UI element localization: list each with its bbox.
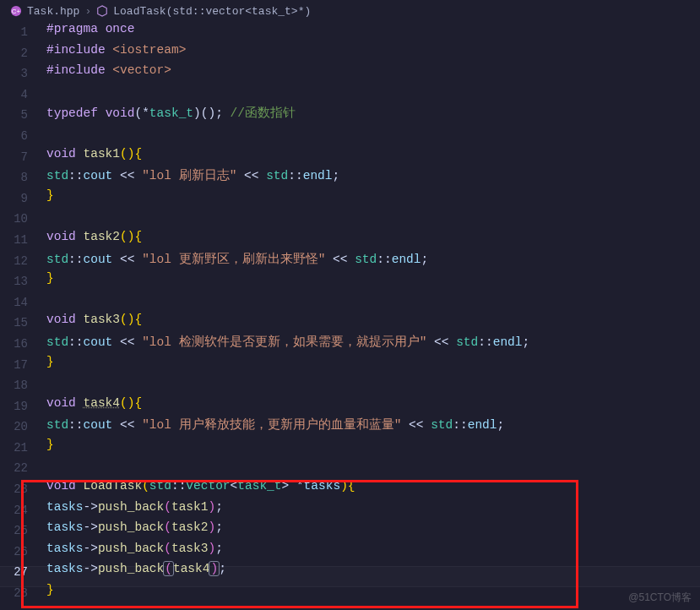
code-line[interactable]: 2#include <iostream> — [0, 43, 700, 64]
line-number: 21 — [0, 438, 46, 459]
breadcrumb[interactable]: C+ Task.hpp › LoadTask(std::vector<task_… — [0, 0, 700, 22]
line-content[interactable]: void task2(){ — [46, 230, 700, 251]
code-line[interactable]: 26 tasks->push_back(task3); — [0, 542, 700, 563]
line-number: 12 — [0, 251, 46, 272]
line-number: 15 — [0, 313, 46, 334]
watermark: @51CTO博客 — [628, 591, 692, 605]
line-number: 8 — [0, 167, 46, 188]
code-line[interactable]: 10 — [0, 209, 700, 230]
line-number: 24 — [0, 500, 46, 521]
code-line[interactable]: 15void task3(){ — [0, 313, 700, 334]
svg-text:C+: C+ — [12, 8, 21, 15]
line-number: 23 — [0, 479, 46, 500]
code-line[interactable]: 17} — [0, 355, 700, 376]
line-number: 20 — [0, 417, 46, 438]
line-content[interactable]: typedef void(*task_t)(); //函数指针 — [46, 105, 700, 126]
line-number: 22 — [0, 458, 46, 479]
code-line[interactable]: 11void task2(){ — [0, 230, 700, 251]
line-content[interactable]: } — [46, 188, 700, 210]
line-content[interactable]: tasks->push_back(task2); — [46, 520, 700, 542]
line-content[interactable]: void task3(){ — [46, 313, 700, 334]
code-line[interactable]: 5typedef void(*task_t)(); //函数指针 — [0, 105, 700, 126]
code-line[interactable]: 24 tasks->push_back(task1); — [0, 500, 700, 521]
code-line[interactable]: 23void LoadTask(std::vector<task_t> *tas… — [0, 479, 700, 500]
code-line[interactable]: 27 tasks->push_back(task4); — [0, 562, 700, 583]
line-content[interactable]: void task1(){ — [46, 147, 700, 168]
line-content[interactable] — [46, 458, 700, 479]
line-number: 13 — [0, 271, 46, 292]
line-number: 3 — [0, 63, 46, 84]
line-content[interactable]: std::cout << "lol 用户释放技能，更新用户的血量和蓝量" << … — [46, 417, 700, 438]
line-content[interactable] — [46, 126, 700, 147]
line-number: 2 — [0, 43, 46, 64]
line-number: 7 — [0, 147, 46, 168]
code-line[interactable]: 21} — [0, 438, 700, 459]
line-content[interactable]: tasks->push_back(task3); — [46, 542, 700, 563]
code-line[interactable]: 14 — [0, 292, 700, 313]
line-number: 6 — [0, 126, 46, 147]
breadcrumb-symbol[interactable]: LoadTask(std::vector<task_t>*) — [113, 5, 311, 18]
cube-symbol-icon — [96, 5, 108, 17]
line-number: 19 — [0, 396, 46, 417]
code-line[interactable]: 12 std::cout << "lol 更新野区，刷新出来野怪" << std… — [0, 251, 700, 272]
line-content[interactable]: void task4(){ — [46, 396, 700, 417]
code-line[interactable]: 7void task1(){ — [0, 147, 700, 168]
line-content[interactable] — [46, 292, 700, 313]
line-content[interactable] — [46, 84, 700, 106]
line-content[interactable]: std::cout << "lol 更新野区，刷新出来野怪" << std::e… — [46, 251, 700, 272]
cpp-file-icon: C+ — [10, 5, 22, 17]
line-number: 9 — [0, 188, 46, 210]
line-content[interactable]: #pragma once — [46, 22, 700, 43]
code-line[interactable]: 13} — [0, 271, 700, 292]
chevron-right-icon: › — [84, 5, 91, 18]
line-content[interactable]: } — [46, 271, 700, 292]
line-content[interactable] — [46, 209, 700, 230]
line-number: 14 — [0, 292, 46, 313]
line-number: 4 — [0, 84, 46, 106]
line-number: 1 — [0, 22, 46, 43]
line-number: 25 — [0, 520, 46, 542]
code-line[interactable]: 6 — [0, 126, 700, 147]
line-content[interactable] — [46, 375, 700, 396]
code-line[interactable]: 25 tasks->push_back(task2); — [0, 520, 700, 542]
line-content[interactable]: tasks->push_back(task1); — [46, 500, 700, 521]
line-content[interactable]: #include <iostream> — [46, 43, 700, 64]
line-number: 11 — [0, 230, 46, 251]
code-line[interactable]: 3#include <vector> — [0, 63, 700, 84]
code-line[interactable]: 4 — [0, 84, 700, 106]
line-number: 17 — [0, 355, 46, 376]
code-line[interactable]: 9} — [0, 188, 700, 210]
line-number: 26 — [0, 542, 46, 563]
line-number: 16 — [0, 334, 46, 355]
code-line[interactable]: 8 std::cout << "lol 刷新日志" << std::endl; — [0, 167, 700, 188]
line-number: 5 — [0, 105, 46, 126]
code-line[interactable]: 22 — [0, 458, 700, 479]
line-content[interactable]: tasks->push_back(task4); — [46, 562, 700, 583]
line-number: 10 — [0, 209, 46, 230]
line-number: 27 — [0, 562, 46, 583]
code-line[interactable]: 20 std::cout << "lol 用户释放技能，更新用户的血量和蓝量" … — [0, 417, 700, 438]
line-content[interactable]: std::cout << "lol 刷新日志" << std::endl; — [46, 167, 700, 188]
code-line[interactable]: 28} — [0, 583, 700, 604]
line-content[interactable]: } — [46, 438, 700, 459]
code-line[interactable]: 16 std::cout << "lol 检测软件是否更新，如果需要，就提示用户… — [0, 334, 700, 355]
line-number: 28 — [0, 583, 46, 604]
line-number: 18 — [0, 375, 46, 396]
code-line[interactable]: 1#pragma once — [0, 22, 700, 43]
code-line[interactable]: 19void task4(){ — [0, 396, 700, 417]
line-content[interactable]: } — [46, 583, 700, 604]
code-editor[interactable]: 1#pragma once2#include <iostream>3#inclu… — [0, 22, 700, 604]
breadcrumb-file[interactable]: Task.hpp — [27, 5, 79, 18]
line-content[interactable]: void LoadTask(std::vector<task_t> *tasks… — [46, 479, 700, 500]
line-content[interactable]: std::cout << "lol 检测软件是否更新，如果需要，就提示用户" <… — [46, 334, 700, 355]
code-line[interactable]: 18 — [0, 375, 700, 396]
line-content[interactable]: #include <vector> — [46, 63, 700, 84]
line-content[interactable]: } — [46, 355, 700, 376]
